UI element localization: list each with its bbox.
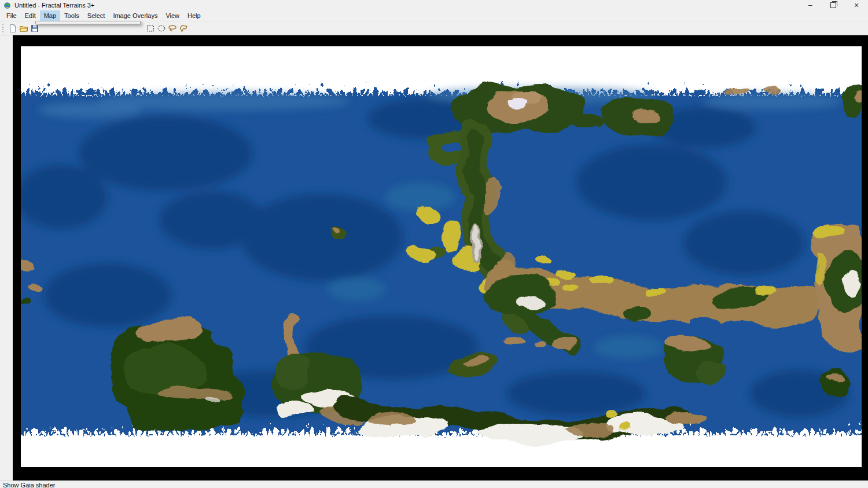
select-ellipse-icon bbox=[157, 24, 166, 33]
select-rect-icon bbox=[146, 24, 155, 33]
app-window: Untitled - Fractal Terrains 3+ – × FileE… bbox=[0, 0, 868, 488]
close-button[interactable]: × bbox=[845, 0, 868, 10]
toolbar-gripper[interactable] bbox=[2, 24, 5, 32]
restore-icon bbox=[830, 2, 836, 8]
status-bar: Show Gaia shader bbox=[0, 480, 868, 488]
restore-button[interactable] bbox=[822, 0, 845, 10]
menu-edit[interactable]: Edit bbox=[21, 10, 40, 21]
menu-select[interactable]: Select bbox=[83, 10, 109, 21]
menu-tools[interactable]: Tools bbox=[60, 10, 83, 21]
app-globe-icon bbox=[3, 2, 11, 9]
menu-bar: FileEditMapToolsSelectImage OverlaysView… bbox=[0, 10, 868, 21]
select-rect-button[interactable] bbox=[145, 23, 156, 34]
status-text: Show Gaia shader bbox=[3, 482, 56, 488]
terrain-palette bbox=[0, 35, 13, 480]
open-folder-button[interactable] bbox=[18, 23, 29, 34]
save-icon bbox=[30, 24, 39, 33]
new-document-button[interactable] bbox=[7, 23, 18, 34]
select-ellipse-button[interactable] bbox=[156, 23, 167, 34]
menu-image-overlays[interactable]: Image Overlays bbox=[109, 10, 161, 21]
polygon-lasso-icon bbox=[179, 24, 188, 33]
menu-file[interactable]: File bbox=[2, 10, 21, 21]
new-document-icon bbox=[8, 24, 17, 33]
lasso-button[interactable] bbox=[167, 23, 178, 34]
lasso-icon bbox=[168, 24, 177, 33]
minimize-button[interactable]: – bbox=[799, 0, 822, 10]
map-client-area bbox=[13, 35, 868, 480]
toolbar-hidden-region bbox=[40, 28, 145, 28]
work-area bbox=[0, 35, 868, 480]
title-bar: Untitled - Fractal Terrains 3+ – × bbox=[0, 0, 868, 10]
window-title: Untitled - Fractal Terrains 3+ bbox=[14, 2, 94, 9]
open-folder-icon bbox=[19, 24, 28, 33]
polygon-lasso-button[interactable] bbox=[178, 23, 189, 34]
menu-map[interactable]: Map bbox=[40, 10, 60, 21]
map-canvas[interactable] bbox=[21, 46, 862, 467]
menu-view[interactable]: View bbox=[161, 10, 183, 21]
map-menu-popup bbox=[35, 21, 141, 24]
menu-help[interactable]: Help bbox=[183, 10, 205, 21]
world-map-svg bbox=[21, 46, 862, 467]
